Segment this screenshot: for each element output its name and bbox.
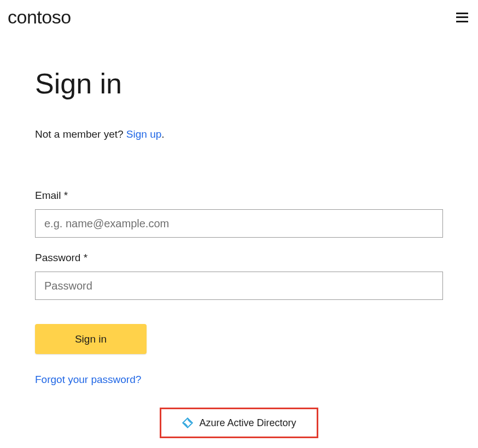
page-title: Sign in xyxy=(35,67,443,100)
forgot-password-link[interactable]: Forgot your password? xyxy=(35,374,141,386)
logo-text: contoso xyxy=(8,7,71,28)
password-label: Password * xyxy=(35,252,443,264)
password-input[interactable] xyxy=(35,272,443,300)
azure-ad-sso-button[interactable]: Azure Active Directory xyxy=(160,408,318,438)
azure-ad-label: Azure Active Directory xyxy=(199,417,296,429)
email-input[interactable] xyxy=(35,209,443,238)
signin-container: Sign in Not a member yet? Sign up. Email… xyxy=(0,34,478,438)
signin-button[interactable]: Sign in xyxy=(35,324,147,354)
signup-prompt: Not a member yet? Sign up. xyxy=(35,128,443,140)
hamburger-menu-icon[interactable] xyxy=(456,13,468,22)
signup-link[interactable]: Sign up xyxy=(126,128,161,140)
azure-ad-icon xyxy=(182,417,194,429)
signup-prompt-prefix: Not a member yet? xyxy=(35,128,126,140)
header: contoso xyxy=(0,0,478,34)
password-field-group: Password * xyxy=(35,252,443,300)
email-label: Email * xyxy=(35,190,443,202)
email-field-group: Email * xyxy=(35,190,443,238)
signup-prompt-suffix: . xyxy=(161,128,164,140)
